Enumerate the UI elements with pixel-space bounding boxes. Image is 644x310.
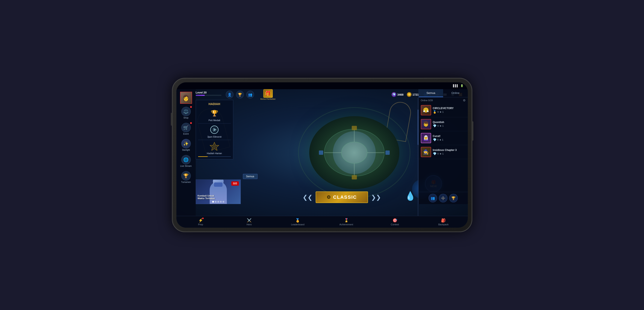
hadiah-panel: HADIAH 🏆 Peti Medali 3jam 59m [196, 100, 233, 159]
hadiah-title: HADIAH [198, 102, 231, 106]
prep-label: Prep [198, 223, 203, 226]
friend-name-curut: Curut! [433, 135, 466, 138]
friends-list: 😤 CIRCLEVICTORY 🥇 V ★ 1 [419, 103, 468, 192]
map-svg [290, 99, 419, 206]
friend-rank-circlevictory: 🥇 V ★ 1 [433, 110, 466, 114]
hadiah-divider-1 [198, 123, 231, 123]
player-avatar[interactable]: 👩 [180, 92, 192, 104]
promo-text: Kembali Untuk Waktu Terbatas [198, 194, 215, 200]
hero-label: Hero [246, 223, 252, 226]
tab-semua[interactable]: Semua [419, 89, 443, 97]
tab-online[interactable]: Online [443, 89, 468, 97]
bonus-chest-icon: 🎁 [263, 89, 273, 98]
event-label: Event [183, 133, 189, 135]
event-notification-dot [190, 122, 192, 124]
friend-trophy-btn[interactable]: 🏆 [449, 194, 458, 202]
top-icons: 👤 🏆 👥 [226, 91, 254, 98]
friend-rank-insidious: 💎 V ★ 1 [433, 152, 466, 155]
online-count-label: Online 0/39 [421, 99, 433, 102]
friends-online-count: Online 0/39 ⚙ [419, 97, 468, 103]
friend-item-insidious[interactable]: 🧙 Insidious Chapter 3 💎 V ★ 1 [419, 145, 468, 159]
daily-reward-icon [209, 141, 220, 152]
phone-screen: ▌▌▌ 🔋 [176, 82, 468, 228]
map-island [290, 99, 419, 206]
bottom-btn-prep[interactable]: ⚡ Prep [176, 217, 225, 227]
filter-semua-button[interactable]: Semua [243, 174, 258, 179]
special-currency[interactable]: 💎 3468 [392, 92, 404, 97]
sidebar-item-event[interactable]: 🛒 Event [176, 121, 196, 137]
status-bar: ▌▌▌ 🔋 [176, 82, 468, 89]
friend-name-quontloh: Quontloh [433, 121, 466, 124]
backpack-icon: 🎒 [441, 218, 446, 223]
mascot[interactable]: 💧 [404, 189, 418, 203]
prep-notification-dot [202, 218, 204, 219]
bottom-btn-backpack[interactable]: 🎒 Backpack [419, 217, 468, 227]
achievement-icon: 🎖️ [344, 218, 349, 223]
shop-label: Shop [184, 117, 188, 119]
medal-icon[interactable]: 🏆 [236, 91, 244, 98]
friend-avatar-quontloh: 👦 [421, 119, 431, 129]
battery-icon: 🔋 [460, 84, 464, 87]
friend-info-quontloh: Quontloh 💎 V ★ 1 [433, 121, 466, 128]
bonus-chest-container[interactable]: 🎁 Bonus Pembelian [260, 89, 276, 100]
friend-info-circlevictory: CIRCLEVICTORY 🥇 V ★ 1 [433, 107, 466, 114]
friend-group-btn[interactable]: 👥 [428, 194, 437, 202]
promo-dots [212, 201, 224, 203]
promo-banner[interactable]: GO Kembali Untuk Waktu Terbatas [196, 179, 241, 204]
profile-icon[interactable]: 👤 [226, 91, 234, 98]
svg-rect-3 [352, 126, 357, 130]
sidebar-item-starlight[interactable]: ✨ Starlight [176, 137, 196, 153]
peti-medali-icon: 🏆 [209, 108, 220, 119]
scroll-bar[interactable] [418, 98, 418, 216]
sidebar-item-shop[interactable]: ⚖️ Shop [176, 105, 196, 121]
leaderboard-label: Leaderboard [291, 223, 304, 226]
hadiah-item-daily[interactable]: Hadiah Harian [198, 141, 231, 155]
special-currency-value: 3468 [397, 93, 404, 96]
hadiah-item-peti-medali[interactable]: 🏆 Peti Medali [198, 108, 231, 122]
starlight-label: Starlight [182, 149, 190, 151]
friend-item-curut[interactable]: 🧝‍♀️ Curut! 💎 II ★ 1 [419, 131, 468, 145]
livestream-label: Live Stream [180, 165, 192, 167]
friend-add-btn[interactable]: ➕ [439, 194, 448, 202]
svg-rect-5 [319, 150, 323, 155]
livestream-icon: 🌐 [181, 155, 191, 164]
sidebar-item-livestream[interactable]: 🌐 Live Stream [176, 153, 196, 169]
hadiah-item-timer[interactable]: 3jam 59menit [198, 124, 231, 138]
promo-dot-3 [218, 201, 219, 203]
peti-medali-label: Peti Medali [208, 119, 220, 122]
special-currency-icon: 💎 [392, 92, 396, 97]
turnamen-icon: 🏆 [181, 171, 191, 181]
bottom-btn-hero[interactable]: ⚔️ Hero [225, 217, 274, 227]
bottom-btn-leaderboard[interactable]: 🏅 Leaderboard [274, 217, 322, 227]
contest-label: Contest [391, 223, 399, 226]
rank-icon-quontloh: 💎 [433, 124, 436, 128]
classic-mode-icon: ⚙ [326, 194, 331, 200]
mascot-icon: 💧 [405, 191, 416, 201]
social-icon[interactable]: 👥 [246, 91, 254, 98]
promo-dot-1 [212, 201, 214, 203]
friend-item-quontloh[interactable]: 👦 Quontloh 💎 V ★ 1 [419, 117, 468, 131]
rank-label-circlevictory: V ★ 1 [437, 111, 444, 113]
promo-dot-4 [220, 201, 222, 203]
friend-info-insidious: Insidious Chapter 3 💎 V ★ 1 [433, 149, 466, 155]
promo-go-button[interactable]: GO [231, 181, 239, 186]
bottom-btn-achievement[interactable]: 🎖️ Achievement [322, 217, 370, 227]
friend-rank-quontloh: 💎 V ★ 1 [433, 124, 466, 128]
backpack-label: Backpack [438, 223, 448, 226]
rank-label-insidious: V ★ 1 [437, 152, 444, 155]
prev-mode-button[interactable]: ❮❮ [302, 192, 313, 203]
rank-icon-curut: 💎 [433, 138, 436, 141]
bottom-bar: ⚡ Prep ⚔️ Hero 🏅 Leaderboard 🎖️ Achievem… [176, 216, 468, 228]
friend-item-circlevictory[interactable]: 😤 CIRCLEVICTORY 🥇 V ★ 1 [419, 103, 468, 117]
friend-rank-curut: 💎 II ★ 1 [433, 138, 466, 141]
sidebar-item-turnamen[interactable]: 🏆 Turnamen [176, 169, 196, 185]
friends-tabs: Semua Online [419, 89, 468, 97]
classic-mode-button[interactable]: ⚙ CLASSIC [316, 191, 368, 203]
friends-actions: 👥 ➕ 🏆 [419, 192, 468, 204]
daily-reward-label: Hadiah Harian [207, 152, 222, 155]
hero-icon: ⚔️ [247, 218, 252, 223]
bottom-btn-contest[interactable]: 🎯 Contest [370, 217, 419, 227]
next-mode-button[interactable]: ❯❯ [370, 192, 381, 203]
manage-friends-icon[interactable]: ⚙ [463, 99, 466, 102]
scroll-handle[interactable] [418, 110, 418, 145]
